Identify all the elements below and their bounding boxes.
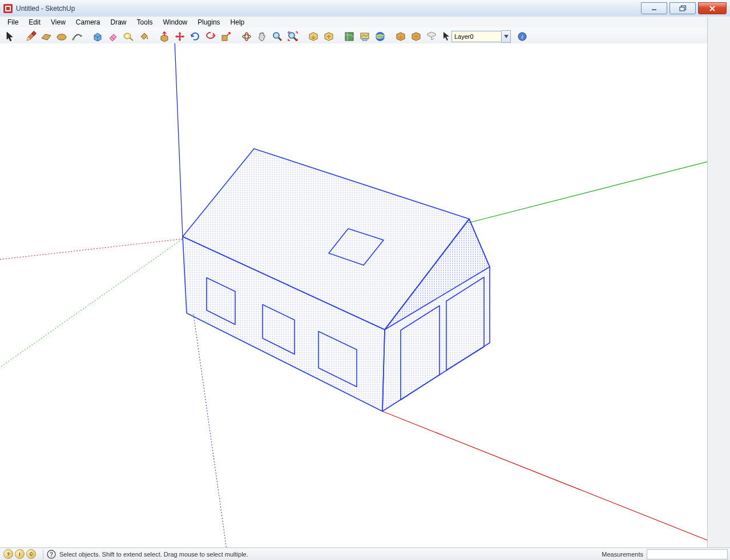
axis-red-neg [0,239,183,260]
separator-icon [389,30,392,43]
house-model[interactable] [183,149,490,412]
axis-green [468,160,708,223]
paint-bucket-tool[interactable] [136,29,151,44]
window-titlebar: Untitled - SketchUp [0,0,730,17]
hint-credits-icon[interactable]: ! [15,549,25,559]
export-tool[interactable] [408,29,424,44]
menu-bar: File Edit View Camera Draw Tools Window … [0,17,730,28]
svg-rect-16 [345,33,353,41]
status-hint: Select objects. Shift to extend select. … [59,551,598,558]
menu-file[interactable]: File [2,17,23,27]
menu-plugins[interactable]: Plugins [192,17,225,27]
measurements-input[interactable] [647,549,728,559]
status-bar: ? ! © ? Select objects. Shift to extend … [0,547,730,560]
viewport-canvas[interactable] [0,43,708,548]
add-location-tool[interactable] [341,29,357,44]
scale-tool[interactable] [218,29,233,44]
push-pull-tool[interactable] [156,29,172,44]
separator-icon [301,30,304,43]
maximize-button[interactable] [669,2,696,14]
svg-rect-2 [680,7,684,11]
zoom-extents-tool[interactable] [285,29,300,44]
svg-point-8 [80,35,82,37]
offset-tool[interactable] [203,29,218,44]
menu-view[interactable]: View [46,17,71,27]
svg-text:?: ? [50,551,53,558]
app-icon [3,4,13,13]
separator-icon [43,549,43,559]
hint-claim-icon[interactable]: © [26,549,36,559]
layer-name: Layer0 [454,33,474,40]
separator-icon [337,30,340,43]
svg-point-13 [245,33,248,41]
select-tool[interactable] [2,29,18,44]
move-tool[interactable] [172,29,187,44]
svg-point-6 [57,34,66,40]
model-viewport[interactable] [0,43,708,548]
right-tray [707,17,730,548]
zoom-tool[interactable] [269,29,285,44]
svg-point-15 [289,33,295,38]
separator-icon [19,30,22,43]
pencil-tool[interactable] [23,29,38,44]
menu-draw[interactable]: Draw [106,17,132,27]
close-button[interactable] [698,2,727,14]
axis-blue [175,43,183,237]
separator-icon [86,30,88,43]
preview-in-earth-tool[interactable] [372,29,388,44]
separator-icon [235,30,237,43]
svg-text:i: i [521,34,523,40]
window-title: Untitled - SketchUp [16,5,641,13]
svg-point-12 [243,35,251,38]
measurements-label: Measurements [598,551,647,558]
axis-green-neg [0,239,183,372]
arc-tool[interactable] [69,29,84,44]
layer-manager-tool[interactable]: i [514,29,530,44]
circle-tool[interactable] [54,29,69,44]
menu-help[interactable]: Help [225,17,250,27]
layer-field[interactable]: Layer0 [451,31,502,42]
get-models-tool[interactable] [305,29,321,44]
minimize-button[interactable] [641,2,667,14]
menu-tools[interactable]: Tools [132,17,158,27]
get-photo-texture-tool[interactable] [393,29,408,44]
axis-red [382,412,708,543]
svg-point-14 [273,33,279,38]
rectangle-tool[interactable] [38,29,54,44]
tape-measure-tool[interactable] [120,29,136,44]
axis-blue-neg [193,315,233,549]
orbit-tool[interactable] [239,29,254,44]
toggle-terrain-tool[interactable] [357,29,372,44]
svg-point-7 [72,38,74,41]
pan-tool[interactable] [254,29,269,44]
separator-icon [152,30,155,43]
layer-picker[interactable]: Layer0 [442,31,511,42]
make-component-tool[interactable] [90,29,105,44]
help-icon[interactable]: ? [47,550,56,559]
eraser-tool[interactable] [105,29,120,44]
svg-rect-11 [222,35,227,41]
menu-window[interactable]: Window [158,17,193,27]
rotate-tool[interactable] [187,29,203,44]
menu-camera[interactable]: Camera [71,17,106,27]
share-model-tool[interactable] [321,29,336,44]
svg-point-10 [126,35,128,38]
layer-dropdown-button[interactable] [502,30,511,43]
review-tool[interactable] [424,29,439,44]
menu-edit[interactable]: Edit [23,17,46,27]
hint-geo-icon[interactable]: ? [3,549,13,559]
